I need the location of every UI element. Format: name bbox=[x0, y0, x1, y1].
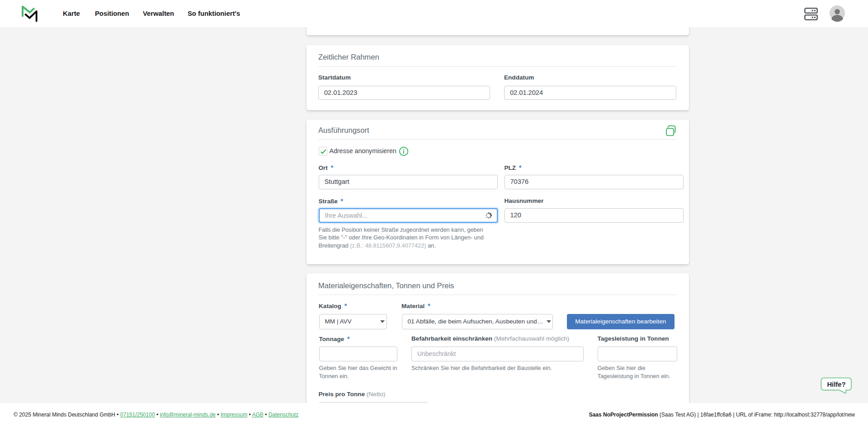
svg-text:Hilfe?: Hilfe? bbox=[827, 381, 845, 388]
